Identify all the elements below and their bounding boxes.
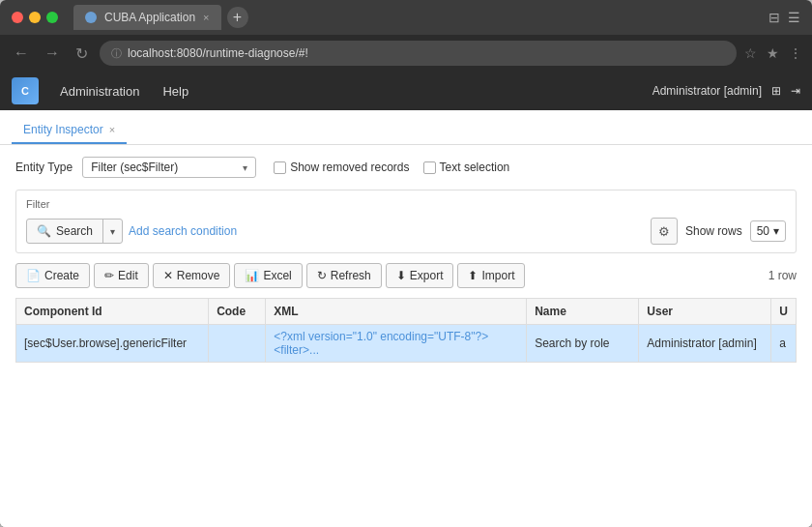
rows-value: 50 [757, 224, 769, 238]
data-table: Component Id Code XML Name [15, 298, 797, 363]
row-count: 1 row [768, 269, 797, 282]
menu-icon[interactable]: ⋮ [789, 45, 802, 61]
app-content: Entity Inspector × Entity Type Filter (s… [0, 110, 812, 527]
export-icon: ⬇ [396, 269, 406, 282]
toolbar: 📄 Create ✏ Edit ✕ Remove 📊 Excel [15, 263, 797, 288]
app-body: C Administration Help Administrator [adm… [0, 72, 812, 527]
show-removed-label: Show removed records [290, 161, 409, 174]
new-tab-button[interactable]: + [227, 7, 248, 28]
filter-controls: 🔍 Search ▾ Add search condition ⚙ Show r… [26, 218, 786, 245]
refresh-button[interactable]: ↻ [72, 43, 92, 65]
search-button-group: 🔍 Search ▾ [26, 219, 123, 244]
col-header-xml[interactable]: XML [266, 299, 527, 325]
cell-code [209, 325, 266, 363]
browser-controls: ☆ ★ ⋮ [744, 45, 802, 61]
text-selection-checkbox[interactable]: Text selection [423, 161, 510, 174]
nav-administration[interactable]: Administration [50, 78, 149, 104]
filter-legend: Filter [26, 198, 786, 210]
edit-icon: ✏ [104, 269, 114, 282]
minimize-button[interactable] [29, 12, 41, 23]
create-button[interactable]: 📄 Create [15, 263, 90, 288]
filter-right: ⚙ Show rows 50 ▾ [651, 218, 786, 245]
col-header-extra[interactable]: U [771, 299, 797, 325]
browser-tab[interactable]: CUBA Application × [73, 5, 221, 30]
address-bar-input[interactable]: ⓘ localhost:8080/runtime-diagnose/#! [100, 41, 737, 66]
app-logo: C [12, 77, 39, 104]
logout-icon[interactable]: ⇥ [791, 84, 800, 98]
cell-user: Administrator [admin] [639, 325, 771, 363]
entity-type-select[interactable]: Filter (sec$Filter) ▾ [82, 157, 256, 178]
logo-text: C [21, 85, 29, 97]
app-nav: Administration Help [50, 78, 198, 104]
cell-name: Search by role [527, 325, 639, 363]
browser-window: CUBA Application × + ⊟ ☰ ← → ↻ ⓘ localho… [0, 0, 812, 527]
title-bar: CUBA Application × + ⊟ ☰ [0, 0, 812, 35]
search-button[interactable]: 🔍 Search [27, 220, 103, 243]
cell-extra: a [771, 325, 797, 363]
cell-xml[interactable]: <?xml version="1.0" encoding="UTF-8"?> <… [266, 325, 527, 363]
col-header-name[interactable]: Name [527, 299, 639, 325]
import-icon: ⬆ [468, 269, 478, 282]
search-icon: 🔍 [37, 224, 51, 238]
app-header: C Administration Help Administrator [adm… [0, 72, 812, 110]
entity-type-arrow-icon: ▾ [243, 162, 247, 173]
tab-entity-inspector[interactable]: Entity Inspector × [12, 115, 127, 144]
entity-type-value: Filter (sec$Filter) [91, 161, 178, 174]
rows-arrow-icon: ▾ [773, 224, 779, 238]
table-row[interactable]: [sec$User.browse].genericFilter <?xml ve… [16, 325, 797, 363]
refresh-button[interactable]: ↻ Refresh [306, 263, 382, 288]
tab-favicon [85, 12, 97, 23]
close-button[interactable] [12, 12, 23, 23]
tab-controls: ⊟ ☰ [768, 10, 800, 25]
create-icon: 📄 [26, 269, 41, 282]
checkbox-group: Show removed records Text selection [274, 161, 509, 174]
text-selection-checkbox-box[interactable] [423, 161, 436, 174]
filter-settings-button[interactable]: ⚙ [651, 218, 678, 245]
grid-apps-icon[interactable]: ⊞ [771, 84, 781, 98]
tab-entity-inspector-label: Entity Inspector [23, 123, 103, 136]
nav-help[interactable]: Help [153, 78, 198, 104]
star-icon[interactable]: ★ [767, 45, 779, 61]
forward-button[interactable]: → [41, 43, 64, 64]
remove-icon: ✕ [163, 269, 173, 282]
show-removed-checkbox-box[interactable] [274, 161, 286, 174]
excel-icon: 📊 [245, 269, 259, 282]
user-area: Administrator [admin] ⊞ ⇥ [652, 84, 800, 98]
import-button[interactable]: ⬆ Import [457, 263, 525, 288]
table-header-row: Component Id Code XML Name [16, 299, 797, 325]
col-header-user[interactable]: User [639, 299, 771, 325]
excel-button[interactable]: 📊 Excel [234, 263, 302, 288]
entity-type-label: Entity Type [15, 161, 72, 174]
add-condition-link[interactable]: Add search condition [129, 224, 237, 238]
maximize-button[interactable] [46, 12, 58, 23]
page-content: Entity Type Filter (sec$Filter) ▾ Show r… [0, 145, 812, 527]
filter-box: Filter 🔍 Search ▾ Add search condition [15, 190, 797, 253]
bookmark-icon[interactable]: ☆ [744, 45, 757, 61]
window-controls-icon[interactable]: ☰ [788, 10, 800, 25]
tab-entity-inspector-close[interactable]: × [109, 124, 115, 135]
entity-type-row: Entity Type Filter (sec$Filter) ▾ Show r… [15, 157, 797, 178]
show-rows-label: Show rows [685, 224, 742, 238]
refresh-icon: ↻ [317, 269, 327, 282]
back-button[interactable]: ← [10, 43, 33, 64]
traffic-lights [12, 12, 58, 23]
rows-per-page-select[interactable]: 50 ▾ [750, 220, 786, 242]
address-bar: ← → ↻ ⓘ localhost:8080/runtime-diagnose/… [0, 35, 812, 72]
lock-icon: ⓘ [111, 46, 122, 61]
text-selection-label: Text selection [440, 161, 510, 174]
window-minimize-icon[interactable]: ⊟ [768, 10, 780, 25]
url-text: localhost:8080/runtime-diagnose/#! [128, 46, 308, 60]
tab-close-button[interactable]: × [203, 12, 209, 23]
remove-button[interactable]: ✕ Remove [153, 263, 231, 288]
tab-bar: CUBA Application × + [73, 5, 761, 30]
col-header-code[interactable]: Code [209, 299, 266, 325]
tab-title: CUBA Application [104, 11, 195, 24]
export-button[interactable]: ⬇ Export [386, 263, 454, 288]
col-header-component-id[interactable]: Component Id [16, 299, 209, 325]
search-dropdown-button[interactable]: ▾ [103, 221, 122, 242]
edit-button[interactable]: ✏ Edit [94, 263, 149, 288]
search-label: Search [56, 224, 93, 238]
cell-component-id: [sec$User.browse].genericFilter [16, 325, 209, 363]
user-name: Administrator [admin] [652, 84, 762, 98]
show-removed-checkbox[interactable]: Show removed records [274, 161, 409, 174]
